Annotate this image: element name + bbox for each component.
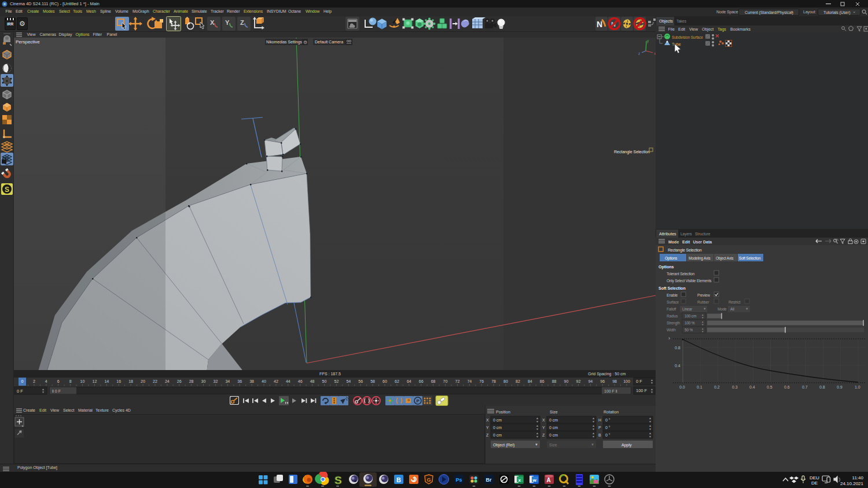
svg-text:1.0: 1.0 (855, 385, 860, 389)
svg-text:0 °: 0 ° (605, 426, 610, 430)
svg-text:Restrict: Restrict (729, 300, 741, 304)
svg-text:Rotation: Rotation (604, 410, 619, 414)
svg-text:100: 100 (623, 379, 630, 383)
svg-text:Edit: Edit (682, 240, 690, 244)
svg-text:54: 54 (346, 379, 351, 383)
svg-text:›: › (668, 335, 670, 341)
svg-text:20: 20 (141, 379, 145, 383)
svg-text:80: 80 (503, 379, 508, 383)
svg-text:16: 16 (116, 379, 121, 383)
svg-text:100 cm: 100 cm (685, 314, 696, 318)
svg-text:0.0: 0.0 (679, 385, 685, 389)
svg-text:▼: ▼ (536, 427, 539, 431)
svg-text:▼: ▼ (536, 420, 539, 423)
svg-text:Preview: Preview (697, 293, 710, 297)
svg-text:0.4: 0.4 (749, 385, 755, 389)
svg-text:0.4: 0.4 (675, 364, 681, 368)
svg-text:10: 10 (80, 379, 85, 383)
svg-text:100 F ‖: 100 F ‖ (604, 389, 617, 393)
svg-text:Tags: Tags (718, 27, 726, 32)
svg-text:Subdivision Surface: Subdivision Surface (672, 35, 703, 39)
svg-text:Object (Rel): Object (Rel) (493, 443, 514, 448)
svg-text:N: N (597, 20, 602, 29)
svg-text:Object: Object (702, 27, 713, 32)
svg-text:Position: Position (496, 410, 510, 414)
svg-text:18: 18 (128, 379, 133, 383)
svg-text:0 cm: 0 cm (549, 426, 558, 430)
svg-text:Default Camera: Default Camera (315, 40, 343, 44)
svg-text:▼: ▼ (703, 307, 706, 310)
svg-text:34: 34 (225, 379, 230, 383)
svg-text:42: 42 (274, 379, 278, 383)
svg-text:72: 72 (455, 379, 460, 383)
svg-text:‖ 0 F: ‖ 0 F (52, 389, 61, 393)
svg-text:▼: ▼ (592, 435, 595, 438)
svg-text:8: 8 (69, 379, 72, 383)
svg-text:44: 44 (286, 379, 290, 383)
svg-text:0.8: 0.8 (675, 346, 681, 350)
svg-text:x: x (518, 478, 521, 483)
svg-text:G: G (427, 477, 431, 483)
svg-text:Size: Size (550, 410, 558, 414)
svg-text:4: 4 (45, 379, 47, 383)
svg-text:36: 36 (237, 379, 242, 383)
svg-text:Rubber: Rubber (697, 300, 709, 304)
svg-text:▼: ▼ (650, 390, 653, 394)
svg-text:Options: Options (659, 265, 674, 269)
svg-text:0 cm: 0 cm (493, 426, 502, 430)
svg-text:▼: ▼ (591, 443, 594, 446)
svg-text:74: 74 (467, 379, 472, 383)
svg-text:Mode: Mode (718, 307, 727, 311)
svg-text:98: 98 (612, 379, 617, 383)
svg-text:82: 82 (516, 379, 520, 383)
svg-text:Y: Y (542, 426, 545, 430)
svg-text:DE: DE (811, 480, 818, 486)
svg-text:76: 76 (479, 379, 484, 383)
svg-text:▼: ▼ (536, 435, 539, 438)
svg-text:Bookmarks: Bookmarks (730, 27, 751, 31)
svg-text:26: 26 (177, 379, 182, 383)
svg-text:B: B (598, 433, 601, 437)
svg-text:100 F: 100 F (636, 388, 648, 393)
svg-text:▼: ▼ (745, 307, 748, 310)
svg-text:▼: ▼ (649, 420, 652, 423)
svg-text:FPS : 187.5: FPS : 187.5 (319, 372, 341, 376)
svg-text:78: 78 (491, 379, 496, 383)
svg-text:Grid Spacing : 50 cm: Grid Spacing : 50 cm (588, 372, 626, 376)
svg-text:▼: ▼ (592, 420, 595, 423)
svg-text:56: 56 (358, 379, 363, 383)
svg-text:92: 92 (576, 379, 581, 383)
svg-text:0.8: 0.8 (819, 385, 825, 389)
svg-text:0 °: 0 ° (605, 433, 610, 437)
svg-text:DEU: DEU (810, 475, 819, 480)
svg-text:2: 2 (33, 379, 35, 383)
svg-text:84: 84 (528, 379, 532, 383)
svg-text:40: 40 (262, 379, 266, 383)
svg-text:30: 30 (201, 379, 206, 383)
svg-text:S: S (334, 474, 342, 486)
svg-text:Objects: Objects (659, 19, 673, 24)
svg-text:Z: Z (486, 433, 489, 437)
svg-text:12: 12 (93, 379, 97, 383)
svg-text:Enable: Enable (667, 293, 678, 297)
svg-text:0.3: 0.3 (732, 385, 738, 389)
svg-text:Only Select Visible Elements: Only Select Visible Elements (667, 279, 712, 283)
svg-text:0 cm: 0 cm (493, 418, 502, 422)
svg-text:Ps: Ps (456, 477, 462, 483)
svg-text:All: All (730, 307, 734, 311)
svg-text:Options: Options (665, 256, 678, 261)
svg-text:Apply: Apply (621, 443, 632, 448)
svg-text:Layers: Layers (681, 232, 692, 236)
svg-text:68: 68 (431, 379, 436, 383)
svg-text:14: 14 (104, 379, 109, 383)
svg-text:0 F: 0 F (636, 379, 642, 384)
svg-text:96: 96 (600, 379, 605, 383)
svg-text:▼: ▼ (535, 443, 538, 446)
svg-text:View: View (689, 27, 698, 31)
svg-text:Nikomedias Settings: Nikomedias Settings (266, 40, 303, 45)
svg-text:88: 88 (552, 379, 557, 383)
svg-text:11:40: 11:40 (852, 475, 864, 480)
svg-text:▼: ▼ (592, 427, 595, 431)
svg-text:90: 90 (564, 379, 569, 383)
svg-text:50 %: 50 % (685, 328, 693, 332)
